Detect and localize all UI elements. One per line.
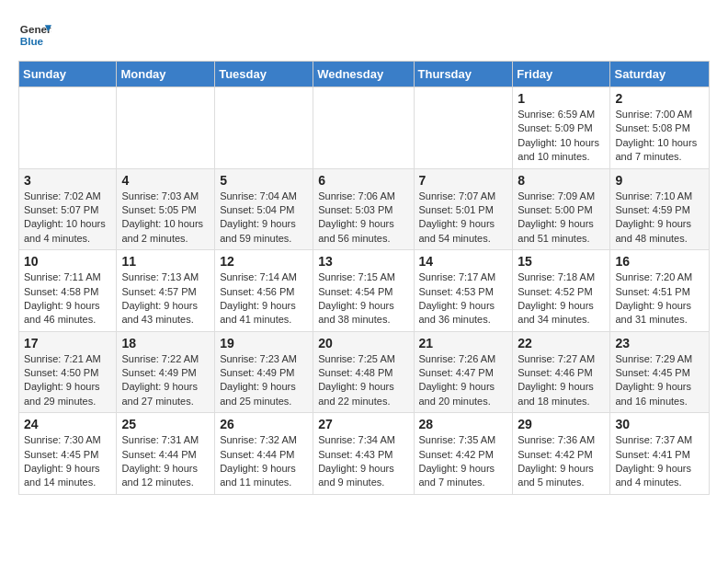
day-info: Sunrise: 7:11 AM Sunset: 4:58 PM Dayligh… [24,270,111,327]
calendar-cell [215,87,313,169]
day-info: Sunrise: 7:22 AM Sunset: 4:49 PM Dayligh… [121,352,210,409]
day-info: Sunrise: 7:35 AM Sunset: 4:42 PM Dayligh… [419,433,508,490]
day-header-tuesday: Tuesday [215,62,313,87]
calendar-table: SundayMondayTuesdayWednesdayThursdayFrid… [18,61,710,495]
day-info: Sunrise: 7:04 AM Sunset: 5:04 PM Dayligh… [220,190,308,247]
day-header-sunday: Sunday [19,62,117,87]
page-header: General Blue [18,18,710,52]
day-number: 2 [615,91,704,106]
calendar-cell [19,87,117,169]
calendar-cell: 10Sunrise: 7:11 AM Sunset: 4:58 PM Dayli… [19,250,117,332]
day-info: Sunrise: 7:14 AM Sunset: 4:56 PM Dayligh… [220,270,308,327]
day-header-friday: Friday [513,62,610,87]
day-info: Sunrise: 7:26 AM Sunset: 4:47 PM Dayligh… [419,352,508,409]
calendar-cell: 30Sunrise: 7:37 AM Sunset: 4:41 PM Dayli… [610,413,710,495]
day-info: Sunrise: 7:30 AM Sunset: 4:45 PM Dayligh… [24,433,111,490]
calendar-cell: 22Sunrise: 7:27 AM Sunset: 4:46 PM Dayli… [513,331,610,413]
calendar-cell: 27Sunrise: 7:34 AM Sunset: 4:43 PM Dayli… [313,413,414,495]
calendar-cell: 9Sunrise: 7:10 AM Sunset: 4:59 PM Daylig… [610,168,710,250]
day-info: Sunrise: 7:37 AM Sunset: 4:41 PM Dayligh… [615,433,704,490]
calendar-cell: 18Sunrise: 7:22 AM Sunset: 4:49 PM Dayli… [117,331,215,413]
day-info: Sunrise: 7:15 AM Sunset: 4:54 PM Dayligh… [318,270,408,327]
day-number: 14 [419,254,508,269]
day-header-thursday: Thursday [414,62,513,87]
calendar-cell: 12Sunrise: 7:14 AM Sunset: 4:56 PM Dayli… [215,250,313,332]
day-number: 17 [24,336,111,350]
day-info: Sunrise: 7:06 AM Sunset: 5:03 PM Dayligh… [318,190,408,247]
day-number: 6 [318,173,408,188]
day-info: Sunrise: 7:36 AM Sunset: 4:42 PM Dayligh… [518,433,605,490]
calendar-cell: 19Sunrise: 7:23 AM Sunset: 4:49 PM Dayli… [215,331,313,413]
calendar-week-1: 1Sunrise: 6:59 AM Sunset: 5:09 PM Daylig… [19,87,710,169]
day-number: 19 [220,336,308,350]
calendar-cell [117,87,215,169]
day-info: Sunrise: 7:20 AM Sunset: 4:51 PM Dayligh… [615,270,704,327]
day-number: 12 [220,254,308,269]
calendar-cell: 7Sunrise: 7:07 AM Sunset: 5:01 PM Daylig… [414,168,513,250]
calendar-cell: 28Sunrise: 7:35 AM Sunset: 4:42 PM Dayli… [414,413,513,495]
day-number: 5 [220,173,308,188]
calendar-cell [313,87,414,169]
svg-text:General: General [20,23,51,35]
day-number: 25 [121,417,210,431]
calendar-cell: 21Sunrise: 7:26 AM Sunset: 4:47 PM Dayli… [414,331,513,413]
day-header-monday: Monday [117,62,215,87]
day-info: Sunrise: 6:59 AM Sunset: 5:09 PM Dayligh… [518,108,605,165]
day-number: 26 [220,417,308,431]
day-number: 11 [121,254,210,269]
day-header-saturday: Saturday [610,62,710,87]
day-info: Sunrise: 7:18 AM Sunset: 4:52 PM Dayligh… [518,270,605,327]
calendar-cell: 15Sunrise: 7:18 AM Sunset: 4:52 PM Dayli… [513,250,610,332]
day-number: 29 [518,417,605,431]
day-number: 20 [318,336,408,350]
calendar-week-4: 17Sunrise: 7:21 AM Sunset: 4:50 PM Dayli… [19,331,710,413]
day-info: Sunrise: 7:32 AM Sunset: 4:44 PM Dayligh… [220,433,308,490]
calendar-cell: 23Sunrise: 7:29 AM Sunset: 4:45 PM Dayli… [610,331,710,413]
day-number: 15 [518,254,605,269]
day-info: Sunrise: 7:10 AM Sunset: 4:59 PM Dayligh… [615,190,704,247]
day-info: Sunrise: 7:13 AM Sunset: 4:57 PM Dayligh… [121,270,210,327]
calendar-cell: 14Sunrise: 7:17 AM Sunset: 4:53 PM Dayli… [414,250,513,332]
day-number: 4 [121,173,210,188]
calendar-cell: 29Sunrise: 7:36 AM Sunset: 4:42 PM Dayli… [513,413,610,495]
day-number: 28 [419,417,508,431]
day-number: 23 [615,336,704,350]
day-number: 8 [518,173,605,188]
day-info: Sunrise: 7:34 AM Sunset: 4:43 PM Dayligh… [318,433,408,490]
day-number: 3 [24,173,111,188]
calendar-cell: 3Sunrise: 7:02 AM Sunset: 5:07 PM Daylig… [19,168,117,250]
day-info: Sunrise: 7:27 AM Sunset: 4:46 PM Dayligh… [518,352,605,409]
day-number: 9 [615,173,704,188]
day-info: Sunrise: 7:02 AM Sunset: 5:07 PM Dayligh… [24,190,111,247]
day-number: 1 [518,91,605,106]
svg-text:Blue: Blue [20,35,44,47]
day-info: Sunrise: 7:25 AM Sunset: 4:48 PM Dayligh… [318,352,408,409]
day-info: Sunrise: 7:23 AM Sunset: 4:49 PM Dayligh… [220,352,308,409]
day-number: 30 [615,417,704,431]
day-number: 24 [24,417,111,431]
logo-icon: General Blue [18,18,51,52]
calendar-cell: 25Sunrise: 7:31 AM Sunset: 4:44 PM Dayli… [117,413,215,495]
calendar-week-5: 24Sunrise: 7:30 AM Sunset: 4:45 PM Dayli… [19,413,710,495]
calendar-cell: 1Sunrise: 6:59 AM Sunset: 5:09 PM Daylig… [513,87,610,169]
logo: General Blue [18,18,51,52]
calendar-header-row: SundayMondayTuesdayWednesdayThursdayFrid… [19,62,710,87]
day-info: Sunrise: 7:00 AM Sunset: 5:08 PM Dayligh… [615,108,704,165]
calendar-cell: 6Sunrise: 7:06 AM Sunset: 5:03 PM Daylig… [313,168,414,250]
day-number: 18 [121,336,210,350]
calendar-cell: 13Sunrise: 7:15 AM Sunset: 4:54 PM Dayli… [313,250,414,332]
calendar-cell: 11Sunrise: 7:13 AM Sunset: 4:57 PM Dayli… [117,250,215,332]
calendar-cell: 20Sunrise: 7:25 AM Sunset: 4:48 PM Dayli… [313,331,414,413]
day-info: Sunrise: 7:17 AM Sunset: 4:53 PM Dayligh… [419,270,508,327]
calendar-cell: 24Sunrise: 7:30 AM Sunset: 4:45 PM Dayli… [19,413,117,495]
day-number: 7 [419,173,508,188]
calendar-cell: 5Sunrise: 7:04 AM Sunset: 5:04 PM Daylig… [215,168,313,250]
calendar-cell: 8Sunrise: 7:09 AM Sunset: 5:00 PM Daylig… [513,168,610,250]
day-number: 27 [318,417,408,431]
calendar-cell: 16Sunrise: 7:20 AM Sunset: 4:51 PM Dayli… [610,250,710,332]
day-info: Sunrise: 7:03 AM Sunset: 5:05 PM Dayligh… [121,190,210,247]
calendar-cell [414,87,513,169]
calendar-week-3: 10Sunrise: 7:11 AM Sunset: 4:58 PM Dayli… [19,250,710,332]
day-info: Sunrise: 7:09 AM Sunset: 5:00 PM Dayligh… [518,190,605,247]
calendar-cell: 4Sunrise: 7:03 AM Sunset: 5:05 PM Daylig… [117,168,215,250]
